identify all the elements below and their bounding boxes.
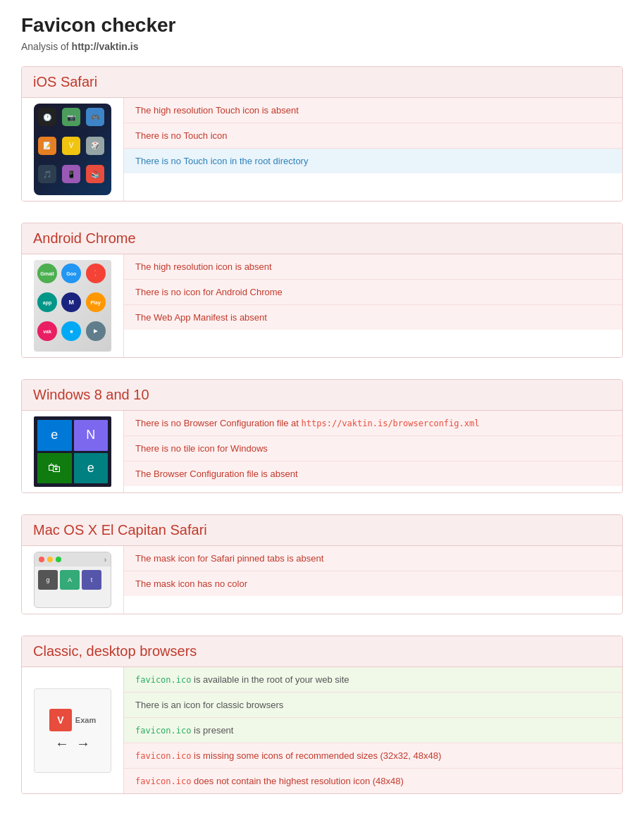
ios-icon-9: 📚 [86,165,104,183]
classic-msg-2: There is an icon for classic browsers [124,693,622,718]
android-mockup: Gmail Goo 📍 app M Play vak ■ ▶ [34,260,111,352]
safari-titlebar: › [35,552,111,566]
win-tile-4: e [74,453,109,484]
ios-safari-messages: The high resolution Touch icon is absent… [124,98,622,201]
ios-icon-1: 🕐 [38,108,56,126]
classic-msg-5: favicon.ico does not contain the highest… [124,769,622,793]
section-mac-safari: Mac OS X El Capitan Safari › g A t The m… [21,514,623,614]
page-title: Favicon checker [21,14,623,37]
section-windows: Windows 8 and 10 e N 🛍 e There is no Bro… [21,379,623,493]
section-ios-safari-header: iOS Safari [22,67,622,98]
android-msg-2: There is no icon for Android Chrome [124,280,622,305]
section-windows-title: Windows 8 and 10 [33,387,611,403]
ios-safari-preview: 🕐 📷 🎮 📝 V 🎲 🎵 📱 📚 [22,98,124,201]
classic-msg-3-code: favicon.ico [135,726,191,736]
win-tile-2: N [74,420,109,451]
ios-msg-1: The high resolution Touch icon is absent [124,98,622,123]
ios-icon-5: V [62,137,80,155]
classic-preview: V Exam ← → [22,667,124,793]
classic-top: V Exam [49,709,96,731]
safari-ext-2: A [60,570,80,590]
classic-msg-1: favicon.ico is available in the root of … [124,667,622,693]
section-windows-header: Windows 8 and 10 [22,380,622,411]
section-ios-safari-body: 🕐 📷 🎮 📝 V 🎲 🎵 📱 📚 The high resolution To… [22,98,622,201]
section-windows-body: e N 🛍 e There is no Browser Configuratio… [22,411,622,492]
windows-msg-2: There is no tile icon for Windows [124,436,622,461]
back-arrow: ← [55,736,69,752]
section-ios-safari-title: iOS Safari [33,74,611,90]
section-android-chrome-header: Android Chrome [22,223,622,254]
win-tile-3: 🛍 [37,453,72,484]
win-tile-1: e [37,420,72,451]
windows-msg-1-code: https://vaktin.is/browserconfig.xml [302,419,480,428]
and-icon-4: app [37,292,57,312]
safari-ext-1: g [38,570,58,590]
ios-icon-8: 📱 [62,165,80,183]
ios-icon-3: 🎮 [86,108,104,126]
and-icon-3: 📍 [86,264,106,283]
and-icon-1: Gmail [37,264,57,283]
classic-mockup: V Exam ← → [34,688,111,773]
mac-safari-msg-2: The mask icon has no color [124,571,622,596]
android-chrome-messages: The high resolution icon is absent There… [124,254,622,357]
forward-arrow: → [76,736,90,752]
classic-msg-4-code: favicon.ico [135,751,191,761]
section-mac-safari-body: › g A t The mask icon for Safari pinned … [22,546,622,614]
and-icon-9: ▶ [86,321,106,341]
classic-tab-title: Exam [75,716,96,724]
safari-extensions: g A t [35,566,111,593]
and-icon-5: M [61,292,81,312]
windows-mockup: e N 🛍 e [34,416,111,487]
classic-navigation: ← → [55,736,90,752]
android-msg-3: The Web App Manifest is absent [124,305,622,330]
and-icon-8: ■ [61,321,81,341]
section-android-chrome: Android Chrome Gmail Goo 📍 app M Play va… [21,223,623,358]
classic-msg-4: favicon.ico is missing some icons of rec… [124,743,622,769]
section-ios-safari: iOS Safari 🕐 📷 🎮 📝 V 🎲 🎵 📱 📚 The high re… [21,66,623,202]
section-classic: Classic, desktop browsers V Exam ← → fav… [21,636,623,794]
ios-msg-3: There is no Touch icon in the root direc… [124,149,622,173]
ios-msg-2: There is no Touch icon [124,123,622,149]
mac-safari-msg-1: The mask icon for Safari pinned tabs is … [124,546,622,571]
ios-mockup: 🕐 📷 🎮 📝 V 🎲 🎵 📱 📚 [34,104,111,195]
android-msg-1: The high resolution icon is absent [124,254,622,280]
windows-preview: e N 🛍 e [22,411,124,492]
section-classic-body: V Exam ← → favicon.ico is available in t… [22,667,622,793]
and-icon-6: Play [86,292,106,312]
page-subtitle: Analysis of http://vaktin.is [21,41,623,52]
mac-safari-messages: The mask icon for Safari pinned tabs is … [124,546,622,614]
classic-msg-1-code: favicon.ico [135,675,191,685]
dot-yellow [47,557,53,562]
section-android-chrome-title: Android Chrome [33,230,611,247]
section-mac-safari-header: Mac OS X El Capitan Safari [22,515,622,546]
ios-icon-7: 🎵 [38,165,56,183]
ios-icon-6: 🎲 [86,137,104,155]
mac-safari-preview: › g A t [22,546,124,614]
page-url: http://vaktin.is [72,41,139,52]
section-classic-title: Classic, desktop browsers [33,643,611,659]
windows-messages: There is no Browser Configuration file a… [124,411,622,492]
and-icon-2: Goo [61,264,81,283]
dot-green [56,557,61,562]
safari-chevron: › [104,556,106,564]
classic-msg-3: favicon.ico is present [124,718,622,743]
and-icon-7: vak [37,321,57,341]
windows-msg-1: There is no Browser Configuration file a… [124,411,622,436]
section-android-chrome-body: Gmail Goo 📍 app M Play vak ■ ▶ The high … [22,254,622,357]
safari-mockup: › g A t [34,552,111,608]
android-chrome-preview: Gmail Goo 📍 app M Play vak ■ ▶ [22,254,124,357]
section-mac-safari-title: Mac OS X El Capitan Safari [33,522,611,538]
windows-msg-3: The Browser Configuration file is absent [124,461,622,486]
classic-messages: favicon.ico is available in the root of … [124,667,622,793]
section-classic-header: Classic, desktop browsers [22,636,622,667]
dot-red [39,557,44,562]
classic-msg-5-code: favicon.ico [135,776,191,786]
classic-favicon-icon: V [49,709,72,731]
ios-icon-2: 📷 [62,108,80,126]
ios-icon-4: 📝 [38,137,56,155]
safari-ext-3: t [82,570,101,590]
